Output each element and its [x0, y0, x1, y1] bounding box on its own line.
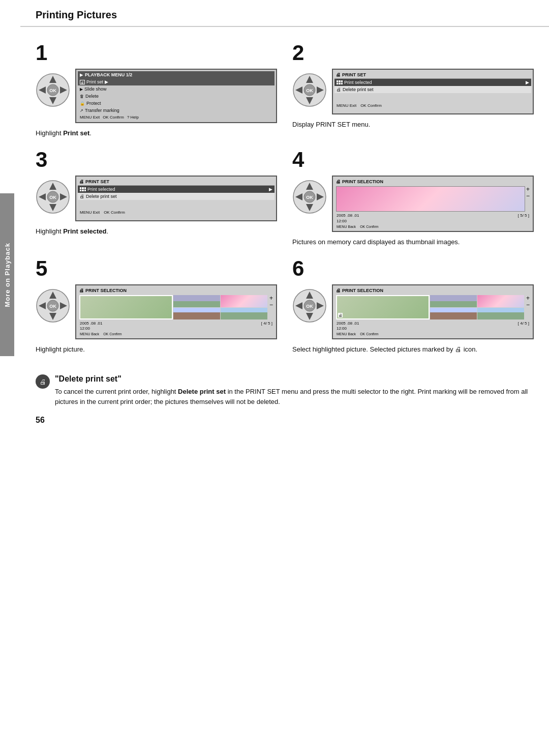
step6-thumb-people	[430, 308, 477, 320]
step-4-number: 4	[292, 149, 534, 170]
thumb-scene	[173, 295, 220, 307]
step-1-number: 1	[36, 42, 277, 64]
page-number: 56	[15, 416, 549, 425]
menu-item-protect: 🔒 Protect	[78, 100, 274, 107]
note-section: 🖨 "Delete print set" To cancel the curre…	[36, 367, 534, 406]
step-2-content: OK 🖨 PRINT SET Print selected	[292, 69, 534, 114]
note-body: To cancel the current print order, highl…	[55, 387, 534, 406]
step-1: 1 OK	[36, 42, 277, 137]
menu-item-print-set: 🖨 Print set ▶	[78, 78, 274, 85]
svg-text:OK: OK	[49, 195, 56, 200]
step-1-screen: ▶ PLAYBACK MENU 1/2 🖨 Print set ▶ ▶ Slid…	[75, 69, 277, 123]
step4-plusminus: + −	[526, 186, 530, 212]
step5-plusminus: + −	[269, 295, 273, 319]
step-3-caption: Highlight Print selected.	[36, 227, 277, 235]
menu-item-delete: 🗑 Delete	[78, 93, 274, 100]
print-set-footer: MENU Exit OK Confirm	[334, 102, 531, 109]
step-5-content: OK 🖨 PRINT SELECTION	[36, 284, 277, 339]
step-1-caption: Highlight Print set.	[36, 129, 277, 137]
page-title: Printing Pictures	[36, 9, 534, 21]
print-mark-icon: 🖨	[338, 313, 343, 317]
step-4-screen: 🖨 PRINT SELECTION + −	[332, 176, 534, 232]
step6-plusminus: + −	[526, 295, 530, 319]
svg-text:OK: OK	[306, 195, 313, 200]
step-5: 5 OK 🖨 PR	[36, 258, 277, 353]
step6-thumbs: 🖨	[336, 295, 524, 319]
step3-print-selected-item: Print selected ▶	[78, 186, 274, 193]
svg-text:OK: OK	[49, 88, 56, 93]
print-selected-item: Print selected ▶	[334, 79, 531, 86]
step-6-dpad: OK	[292, 288, 327, 323]
svg-text:OK: OK	[306, 88, 313, 93]
thumb-large-people	[79, 295, 173, 319]
playback-menu-footer: MENU Exit OK Confirm ? Help	[78, 114, 274, 121]
menu-item-slideshow: ▶ Slide show	[78, 85, 274, 93]
step4-time: 12:00	[334, 218, 531, 224]
page-header: Printing Pictures	[20, 0, 549, 27]
step-3-content: OK 🖨 PRINT SET Print selected	[36, 176, 277, 221]
thumb-flowers	[221, 295, 267, 307]
svg-text:OK: OK	[49, 304, 56, 309]
step-6-content: OK 🖨 PRINT SELECTION 🖨	[292, 284, 534, 339]
step6-thumb-scene	[430, 295, 477, 307]
step6-footer: MENU Back OK Confirm	[334, 331, 531, 337]
step-5-caption: Highlight picture.	[36, 345, 277, 353]
step6-thumb-flowers	[477, 295, 524, 307]
step5-title: 🖨 PRINT SELECTION	[78, 287, 274, 294]
step-4-caption: Pictures on memory card displayed as thu…	[292, 238, 534, 246]
step-2-screen: 🖨 PRINT SET Print selected ▶ 🖨 Delete	[332, 69, 534, 114]
step-5-dpad: OK	[36, 288, 70, 323]
step4-main-area: + −	[334, 185, 531, 213]
step6-time: 12:00	[334, 326, 531, 331]
step-3-screen: 🖨 PRINT SET Print selected ▶ 🖨 Delete	[75, 176, 277, 221]
step4-main-image	[336, 186, 525, 212]
step6-title: 🖨 PRINT SELECTION	[334, 287, 531, 294]
step-6: 6 OK 🖨 PR	[292, 258, 534, 353]
note-content: "Delete print set" To cancel the current…	[55, 374, 534, 406]
svg-text:OK: OK	[306, 304, 313, 309]
step-3: 3 OK 🖨 PR	[36, 149, 277, 246]
step4-title: 🖨 PRINT SELECTION	[334, 178, 531, 185]
step-4-dpad: OK	[292, 180, 327, 214]
step5-info: 2005 .08 .01 [ 4/ 5 ]	[78, 321, 274, 326]
step6-info: 2005 .08 .01 [ 4/ 5 ]	[334, 321, 531, 326]
step5-time: 12:00	[78, 326, 274, 331]
playback-menu-title: ▶ PLAYBACK MENU 1/2	[78, 71, 274, 78]
step-3-number: 3	[36, 149, 277, 170]
step-3-dpad: OK	[36, 180, 70, 214]
thumb-people	[173, 308, 220, 320]
step-2-dpad: OK	[292, 73, 327, 107]
step-2-number: 2	[292, 42, 534, 64]
step-5-screen: 🖨 PRINT SELECTION	[75, 284, 277, 339]
step5-thumbs	[79, 295, 267, 319]
step-6-caption: Select highlighted picture. Selected pic…	[292, 345, 534, 353]
step4-footer: MENU Back OK Confirm	[334, 224, 531, 229]
step-2: 2 OK 🖨 PR	[292, 42, 534, 137]
step3-print-set-title: 🖨 PRINT SET	[78, 178, 274, 186]
thumb-landscape	[221, 308, 267, 320]
step3-delete-item: 🖨 Delete print set	[78, 193, 274, 200]
main-content: 1 OK	[20, 27, 549, 406]
step-6-number: 6	[292, 258, 534, 279]
note-title: "Delete print set"	[55, 374, 534, 384]
step-4: 4 OK 🖨 PR	[292, 149, 534, 246]
step-2-caption: Display PRINT SET menu.	[292, 121, 534, 128]
menu-item-transfer: ↗ Transfer marking	[78, 107, 274, 114]
side-tab: More on Playback	[0, 193, 14, 356]
delete-print-set-item: 🖨 Delete print set	[334, 86, 531, 93]
step-4-content: OK 🖨 PRINT SELECTION	[292, 176, 534, 232]
step6-thumb-large: 🖨	[336, 295, 430, 319]
step-1-content: OK ▶ PLAYBACK MENU 1/2 🖨 Print set ▶	[36, 69, 277, 123]
step-5-number: 5	[36, 258, 277, 279]
step5-footer: MENU Back OK Confirm	[78, 331, 274, 337]
step-1-dpad: OK	[36, 73, 70, 107]
step4-info: 2005 .08 .01 [ 5/ 5 ]	[334, 213, 531, 218]
steps-grid: 1 OK	[36, 42, 534, 353]
step6-thumb-area: 🖨 + −	[334, 294, 531, 321]
step5-thumb-area: + −	[78, 294, 274, 321]
print-set-title: 🖨 PRINT SET	[334, 71, 531, 79]
step3-footer: MENU Exit OK Confirm	[78, 209, 274, 216]
step-6-screen: 🖨 PRINT SELECTION 🖨	[332, 284, 534, 339]
step6-thumb-landscape	[477, 308, 524, 320]
note-icon: 🖨	[36, 374, 50, 389]
